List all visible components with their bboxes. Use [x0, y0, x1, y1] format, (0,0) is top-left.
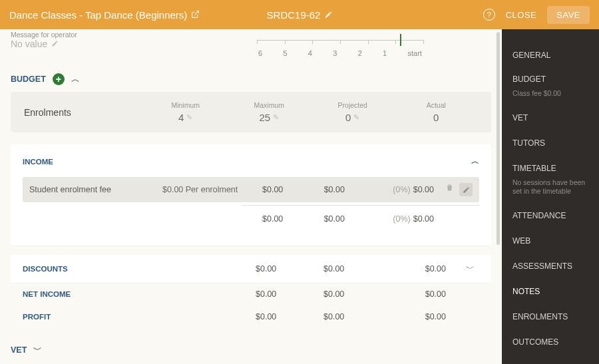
enrolments-col-projected: Projected 0✎	[311, 101, 395, 123]
nav-web[interactable]: WEB	[502, 231, 599, 251]
help-icon[interactable]: ?	[483, 9, 495, 21]
expand-discounts-icon[interactable]: ﹀	[466, 263, 479, 275]
timeline-marker[interactable]	[400, 34, 401, 46]
edit-message-icon[interactable]	[51, 40, 59, 49]
net-income-label: NET INCOME	[23, 290, 242, 298]
income-row-actions	[439, 183, 473, 196]
nav-notes[interactable]: NOTES	[502, 281, 599, 301]
profit-row: PROFIT $0.00 $0.00 $0.00	[11, 305, 491, 328]
timeline-track	[257, 40, 423, 47]
nav-vet[interactable]: VET	[502, 108, 599, 128]
main-content: Message for operator No value 6 5 4	[0, 29, 502, 364]
edit-code-icon[interactable]	[324, 9, 332, 21]
collapse-budget-icon[interactable]: ︿	[71, 73, 80, 85]
nav-tutors[interactable]: TUTORS	[502, 133, 599, 153]
save-button[interactable]: SAVE	[547, 6, 590, 24]
page-title-group: Dance Classes - Tap Dance (Beginners)	[9, 9, 200, 21]
nav-timetable[interactable]: TIMETABLE	[502, 158, 599, 178]
open-external-icon[interactable]	[191, 9, 200, 21]
edit-projected-icon[interactable]: ✎	[353, 113, 359, 122]
enrolments-col-actual: Actual 0	[395, 101, 479, 123]
section-vet: VET ﹀	[11, 344, 491, 356]
nav-timetable-sub: No sessions have been set in the timetab…	[502, 178, 599, 202]
income-divider	[242, 205, 479, 206]
enrolments-col-max: Maximum 25✎	[228, 101, 311, 123]
nav-attendance[interactable]: ATTENDANCE	[502, 206, 599, 226]
nav-budget-sub: Class fee $0.00	[502, 89, 599, 104]
add-budget-icon[interactable]: +	[53, 73, 65, 85]
income-title: INCOME	[23, 158, 53, 166]
page-title: Dance Classes - Tap Dance (Beginners)	[9, 9, 187, 21]
enrolments-col-min: Minimum 4✎	[144, 101, 228, 123]
nav-outcomes[interactable]: OUTCOMES	[502, 332, 599, 352]
income-total-row: $0.00 $0.00 (0%)$0.00	[23, 208, 479, 230]
net-income-row: NET INCOME $0.00 $0.00 $0.00	[11, 283, 491, 305]
close-button[interactable]: CLOSE	[506, 10, 537, 20]
side-nav: GENERAL BUDGET Class fee $0.00 VET TUTOR…	[502, 29, 599, 364]
delete-income-icon[interactable]	[445, 183, 454, 196]
svg-line-0	[195, 11, 199, 15]
enrolments-label: Enrolments	[24, 107, 144, 118]
class-code: SRDC19-62	[267, 9, 321, 21]
profit-label: PROFIT	[23, 313, 242, 321]
section-vet-label: VET	[11, 345, 27, 355]
enrolments-card: Enrolments Minimum 4✎ Maximum 25✎ Projec…	[11, 92, 491, 132]
income-header: INCOME ︿	[23, 156, 479, 166]
edit-max-icon[interactable]: ✎	[273, 113, 279, 122]
income-row-fee[interactable]: Student enrolment fee $0.00 Per enrolmen…	[23, 177, 479, 202]
class-code-group: SRDC19-62	[267, 9, 333, 21]
edit-income-icon[interactable]	[459, 183, 473, 196]
nav-budget[interactable]: BUDGET	[502, 69, 599, 89]
header-actions: ? CLOSE SAVE	[483, 6, 590, 24]
discounts-row[interactable]: DISCOUNTS $0.00 $0.00 $0.00 ﹀	[11, 255, 491, 283]
scrollbar[interactable]	[497, 32, 500, 245]
app-header: Dance Classes - Tap Dance (Beginners) SR…	[0, 0, 599, 29]
nav-assessments[interactable]: ASSESSMENTS	[502, 256, 599, 276]
expand-vet-icon[interactable]: ﹀	[33, 344, 42, 356]
section-budget-label: BUDGET	[11, 75, 46, 84]
timeline-labels: 6 5 4 3 2 1 start	[257, 49, 423, 57]
section-budget: BUDGET + ︿	[11, 73, 491, 85]
nav-general[interactable]: GENERAL	[502, 45, 599, 65]
edit-min-icon[interactable]: ✎	[186, 113, 192, 122]
nav-enrolments[interactable]: ENROLMENTS	[502, 307, 599, 327]
collapse-income-icon[interactable]: ︿	[471, 156, 479, 166]
discounts-label: DISCOUNTS	[23, 265, 242, 273]
income-card: INCOME ︿ Student enrolment fee $0.00 Per…	[11, 144, 491, 246]
income-item-per: $0.00 Per enrolment	[162, 185, 249, 194]
timeline: 6 5 4 3 2 1 start	[257, 35, 423, 57]
income-item-name: Student enrolment fee	[29, 185, 162, 194]
